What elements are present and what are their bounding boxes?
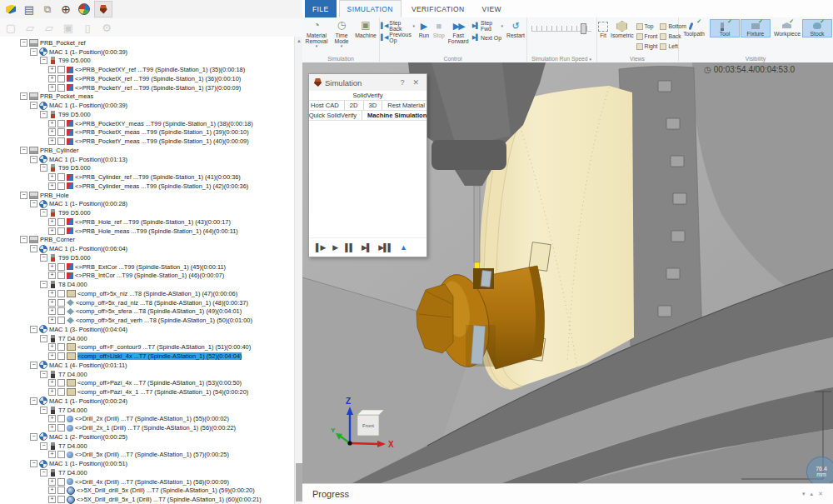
- expand-icon[interactable]: +: [48, 182, 56, 190]
- previous-op-button[interactable]: ▌◀ Previous Op: [381, 32, 415, 42]
- operation-checkbox[interactable]: [57, 487, 65, 494]
- dialog-tab-2d[interactable]: 2D: [345, 101, 364, 110]
- operation-checkbox[interactable]: [57, 496, 65, 503]
- operation-checkbox[interactable]: [57, 84, 65, 92]
- tree-row[interactable]: +<>PRB_PocketX_ref ...T99 (Spindle-Stati…: [48, 74, 241, 83]
- collapse-icon[interactable]: −: [20, 39, 27, 47]
- expand-icon[interactable]: +: [48, 120, 56, 127]
- operation-checkbox[interactable]: [57, 182, 65, 190]
- expand-icon[interactable]: ▴: [811, 491, 814, 497]
- tree-row[interactable]: +<>Drill_4x (Drill) ...T7 (Spindle-AStat…: [48, 477, 229, 487]
- dialog-tab-rest-material[interactable]: Rest Material: [382, 101, 430, 110]
- tree-row[interactable]: +<>PRB_ExtCor ...T99 (Spindle-Station_1)…: [48, 262, 226, 272]
- tree-row[interactable]: −MAC 1 (1- Position)(0:00:24): [30, 397, 127, 406]
- tree-row[interactable]: +<>PRB_PocketXY_ref ...T99 (Spindle-Stat…: [48, 65, 245, 74]
- view-front-button[interactable]: Front: [636, 32, 658, 41]
- expand-icon[interactable]: +: [48, 415, 56, 422]
- expand-icon[interactable]: +: [48, 272, 56, 279]
- operation-checkbox[interactable]: [57, 227, 65, 235]
- viewport-3d[interactable]: Front Z X Y ◷ 00:03:54.4/00:04:53.0 76.4…: [302, 62, 833, 483]
- tree-row[interactable]: −MAC 1 (2- Position)(0:00:25): [30, 432, 127, 442]
- tree-row[interactable]: −PRB_Corner: [20, 236, 75, 245]
- expand-icon[interactable]: +: [48, 128, 56, 136]
- expand-icon[interactable]: +: [48, 487, 56, 494]
- operation-checkbox[interactable]: [57, 343, 65, 351]
- operation-checkbox[interactable]: [57, 128, 65, 136]
- tree-row[interactable]: −MAC 1 (4- Position)(0:01:11): [30, 361, 127, 370]
- operation-checkbox[interactable]: [57, 307, 65, 315]
- operation-checkbox[interactable]: [57, 388, 65, 396]
- collapse-icon[interactable]: −: [30, 102, 37, 109]
- expand-icon[interactable]: +: [48, 343, 56, 351]
- speed-slider[interactable]: [531, 26, 591, 32]
- tree-row[interactable]: +<>PRB_PocketY_ref ...T99 (Spindle-Stati…: [48, 83, 241, 92]
- tree-row[interactable]: −PRB_Hole: [20, 191, 69, 200]
- expand-icon[interactable]: +: [48, 317, 56, 324]
- machine-button[interactable]: ▣ Machine: [354, 20, 377, 47]
- close-button[interactable]: ✕: [410, 78, 421, 87]
- tree-row[interactable]: −T99 D5.000: [40, 208, 91, 217]
- step-back-button[interactable]: ▌◀ Step Back ▾: [381, 21, 415, 31]
- tree-row-selected[interactable]: +<comp_off>Liski_4x ...T7 (Spindle-AStat…: [48, 352, 242, 361]
- solidcam-cad-icon[interactable]: [2, 2, 19, 17]
- expand-icon[interactable]: +: [48, 496, 56, 503]
- to-end-button[interactable]: ▶▌▌: [378, 243, 392, 252]
- collapse-icon[interactable]: −: [30, 326, 37, 333]
- tree-row[interactable]: −MAC 1 (1- Position)(0:06:04): [30, 244, 127, 253]
- tree-row[interactable]: −T7 D4.000: [40, 468, 87, 477]
- operations-tree[interactable]: −PRB_Pocket_ref−MAC 1 (1- Position)(0:00…: [0, 37, 295, 504]
- tree-row[interactable]: −T7 D4.000: [40, 370, 87, 379]
- expand-icon[interactable]: +: [48, 227, 56, 235]
- tool-display-button[interactable]: ▲: [400, 243, 407, 252]
- tree-row[interactable]: +<>PRB_PocketX_meas ...T99 (Spindle-Stat…: [48, 128, 249, 137]
- help-button[interactable]: ?: [397, 78, 407, 87]
- tree-row[interactable]: +<>Drill_2x_1 (Drill) ...T7 (Spindle-ASt…: [48, 423, 236, 432]
- close-icon[interactable]: ✕: [818, 491, 823, 497]
- coordinate-globe-icon[interactable]: [76, 2, 92, 17]
- operation-checkbox[interactable]: [57, 424, 65, 432]
- tree-row[interactable]: −PRB_Cylinder: [20, 146, 78, 155]
- tree-row[interactable]: −T7 D4.000: [40, 442, 87, 451]
- play-button[interactable]: ▶: [332, 243, 337, 252]
- tree-row[interactable]: −T99 D5.000: [40, 164, 91, 173]
- tree-row[interactable]: −T8 D4.000: [40, 280, 87, 289]
- operation-checkbox[interactable]: [57, 263, 65, 271]
- expand-icon[interactable]: +: [48, 75, 56, 82]
- collapse-icon[interactable]: −: [40, 111, 47, 118]
- collapse-icon[interactable]: −: [40, 442, 47, 450]
- operation-checkbox[interactable]: [57, 75, 65, 82]
- tree-row[interactable]: +<>5X_Drill_drill_5x (Drill) ...T7 (Spin…: [48, 487, 255, 496]
- tree-row[interactable]: +<>PRB_Cylinder_ref ...T99 (Spindle-Stat…: [48, 172, 241, 182]
- tree-row[interactable]: −PRB_Pocket_meas: [20, 92, 93, 102]
- tree-row[interactable]: +<comp_off>5x_rad_verh ...T8 (Spindle-AS…: [48, 316, 252, 325]
- tree-row[interactable]: +<>PRB_Hole_meas ...T99 (Spindle-Station…: [48, 227, 238, 236]
- dialog-titlebar[interactable]: Simulation ? ✕: [309, 74, 426, 91]
- operation-checkbox[interactable]: [57, 415, 65, 422]
- restart-button[interactable]: ↺ Restart: [506, 21, 525, 38]
- dialog-tab-3d[interactable]: 3D: [364, 101, 383, 110]
- run-button[interactable]: ▶ Run: [418, 21, 430, 38]
- toolpath-toggle[interactable]: ✓Toolpath: [679, 19, 709, 37]
- operations-table-icon[interactable]: ▤: [21, 2, 37, 17]
- expand-icon[interactable]: +: [48, 263, 56, 271]
- step-fwd-button[interactable]: ▶▌ Step Fwd ▾: [472, 21, 503, 31]
- dialog-tab-quick-solidverify[interactable]: Quick SolidVerify: [304, 111, 362, 120]
- tree-row[interactable]: −MAC 1 (3- Position)(0:04:04): [30, 325, 127, 334]
- operation-checkbox[interactable]: [57, 137, 65, 145]
- tree-row[interactable]: +<>Drill_5x (Drill) ...T7 (Spindle-AStat…: [48, 451, 229, 460]
- operation-checkbox[interactable]: [57, 299, 65, 307]
- tab-file[interactable]: FILE: [305, 0, 337, 17]
- expand-icon[interactable]: +: [48, 299, 56, 307]
- operation-checkbox[interactable]: [57, 120, 65, 127]
- collapse-icon[interactable]: −: [30, 48, 37, 56]
- dialog-tab-machine-simulation[interactable]: Machine Simulation: [362, 111, 431, 120]
- fit-button[interactable]: Fit: [598, 20, 608, 51]
- collapse-icon[interactable]: −: [20, 236, 27, 243]
- operation-checkbox[interactable]: [57, 218, 65, 226]
- tree-row[interactable]: +<>5X_Drill_drill_5x_1 (Drill) ...T7 (Sp…: [48, 495, 262, 504]
- pause-button[interactable]: ▌▌: [345, 243, 354, 252]
- tree-row[interactable]: −MAC 1 (1- Position)(0:00:39): [30, 47, 127, 57]
- tab-view[interactable]: VIEW: [475, 0, 509, 17]
- tree-row[interactable]: +<>PRB_IntCor ...T99 (Spindle-Station_1)…: [48, 272, 224, 281]
- time-mode-button[interactable]: ◷ Time Mode ▾: [331, 20, 352, 47]
